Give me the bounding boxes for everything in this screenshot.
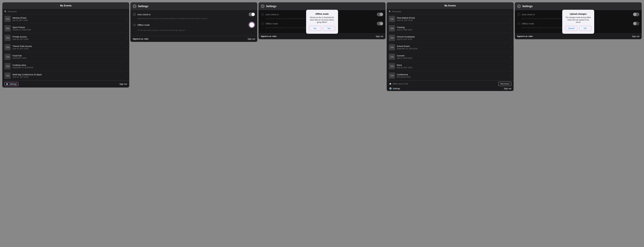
list-item[interactable]: LOGO Conference 06/11/2019 10:00 ›: [387, 71, 514, 80]
dialog-message-3: Would you like to download the latest da…: [309, 16, 335, 24]
checkin-icon-2: [133, 13, 136, 16]
chevron-right-icon: ›: [511, 46, 512, 48]
list-item[interactable]: LOGO Food Fair 29-06-2017 10:00 ›: [2, 52, 129, 62]
event-logo: LOGO: [389, 54, 395, 60]
event-date: 06/11/2019 10:00: [397, 76, 509, 78]
username-3: robin: [272, 35, 276, 37]
event-name: Race: [397, 64, 509, 66]
settings-button-4[interactable]: ⚙️ Settings: [389, 87, 400, 90]
list-item[interactable]: LOGO Sport Fixture October 13, 2018 10:0…: [2, 24, 129, 33]
settings-header-3: Settings: [258, 2, 386, 10]
list-item[interactable]: LOGO Flea Market (Free) June 30, 2017 10…: [387, 14, 514, 24]
event-info: Church Fundraiser July 30, 2017 10:00: [397, 36, 509, 40]
event-date: June 30, 2017 10:00: [397, 19, 509, 21]
signed-in-text-5: Signed in as: robin: [517, 35, 533, 37]
list-item[interactable]: LOGO School Event September 23, 2018 10:…: [387, 43, 514, 52]
panel-my-events-4: My Events 🔍 Find event LOGO Flea Market …: [387, 2, 514, 91]
signout-button-1[interactable]: Sign out: [120, 83, 127, 85]
settings-header-2: Settings: [130, 2, 257, 10]
event-logo: LOGO: [4, 54, 11, 60]
event-list-4: LOGO Flea Market (Free) June 30, 2017 10…: [387, 14, 514, 80]
event-date: July 30, 2017 10:00: [397, 38, 509, 40]
list-item[interactable]: LOGO Race May 18, 2017 10:00 ›: [387, 62, 514, 71]
close-button-5[interactable]: [517, 4, 521, 8]
list-item[interactable]: LOGO Concert Sep 12, 2018 10:00 ›: [387, 52, 514, 62]
svg-text:LOGO: LOGO: [391, 75, 394, 76]
auto-checkin-toggle-2[interactable]: [248, 13, 255, 16]
list-item[interactable]: LOGO Church Fundraiser July 30, 2017 10:…: [387, 33, 514, 43]
offline-dialog-3: Offline mode Would you like to download …: [306, 10, 338, 34]
event-info: School Event September 23, 2018 10:00: [397, 45, 509, 50]
svg-text:LOGO: LOGO: [391, 19, 394, 20]
settings-footer-5: Signed in as: robin Sign out: [515, 33, 642, 39]
event-logo: LOGO: [4, 35, 11, 41]
dialog-cancel-button-5[interactable]: Cancel: [565, 26, 577, 31]
signed-in-label-3: Signed in as:: [261, 35, 272, 37]
event-name: School Event: [397, 45, 509, 47]
list-item[interactable]: LOGO Meetup (Free) July 18, 2017 10:00 ›: [2, 14, 129, 24]
signed-in-text-2: Signed in as: robin: [133, 38, 148, 40]
event-logo: LOGO: [389, 25, 395, 32]
event-date: May 18, 2017 10:00: [397, 67, 509, 69]
list-item[interactable]: LOGO Cooking class September 23, 2018 08…: [2, 62, 129, 71]
event-logo: LOGO: [4, 72, 11, 79]
settings-title-3: Settings: [266, 5, 276, 8]
signed-in-label-2: Signed in as:: [133, 38, 144, 40]
list-item[interactable]: LOGO Multi-day Conference (5 days) June …: [2, 71, 129, 80]
signout-button-4[interactable]: Sign out: [504, 87, 511, 90]
event-name: Sport Fixture: [12, 26, 125, 29]
event-date: June 22, 2017 10:00: [12, 76, 125, 78]
event-info: Training July 22, 2018 10:00: [397, 26, 509, 31]
event-name: Flea Market (Free): [397, 17, 509, 19]
signout-button-3[interactable]: Sign out: [376, 35, 383, 38]
search-placeholder-4[interactable]: Find event: [392, 11, 401, 13]
username-2: robin: [144, 38, 148, 40]
upload-dialog-title-5: Upload changes: [565, 13, 591, 15]
signed-in-text-3: Signed in as: robin: [261, 35, 276, 37]
event-info: Flea Market (Free) June 30, 2017 10:00: [397, 17, 509, 21]
event-info: Cooking class September 23, 2018 08:00: [12, 64, 125, 69]
offline-cloud-icon-4: ☁️: [389, 83, 391, 85]
close-button-3[interactable]: [261, 4, 264, 8]
dialog-yes-button-3[interactable]: Yes: [323, 26, 335, 31]
event-date: September 23, 2018 08:00: [12, 67, 125, 69]
signout-button-2[interactable]: Sign out: [248, 38, 255, 40]
offline-icon-2: [133, 23, 136, 27]
event-name: Conference: [397, 73, 509, 76]
chevron-right-icon: ›: [511, 27, 512, 30]
reconnect-button-4[interactable]: Reconnect: [498, 82, 511, 86]
offline-mode-desc-2: Use the app without having to connect to…: [137, 29, 255, 31]
event-info: Conference 06/11/2019 10:00: [397, 73, 509, 78]
offline-mode-row-2: Offline mode: [133, 22, 255, 28]
event-date: Sep 12, 2018 10:00: [397, 57, 509, 59]
event-info: Food Fair 29-06-2017 10:00: [12, 54, 125, 59]
chevron-right-icon: ›: [511, 56, 512, 58]
event-date: June 24, 2017 10:00: [12, 48, 125, 50]
username-5: robin: [528, 35, 533, 37]
event-name: Food Fair: [12, 54, 125, 57]
svg-text:LOGO: LOGO: [7, 38, 10, 39]
dialog-ok-button-5[interactable]: OK: [579, 26, 591, 31]
dialog-no-button-3[interactable]: No: [309, 26, 321, 31]
offline-status-4: ☁️ Offline since 12:45: [389, 83, 408, 85]
dialog-title-3: Offline mode: [309, 13, 335, 15]
event-logo: LOGO: [4, 25, 11, 32]
svg-text:LOGO: LOGO: [391, 56, 394, 57]
chevron-right-icon: ›: [511, 18, 512, 20]
svg-text:LOGO: LOGO: [391, 66, 394, 67]
event-date: October 13, 2018 10:00: [12, 29, 125, 31]
search-placeholder-1[interactable]: Find event: [8, 11, 17, 13]
event-logo: LOGO: [389, 63, 395, 69]
signout-button-5[interactable]: Sign out: [632, 35, 639, 38]
close-button-2[interactable]: [133, 4, 136, 8]
offline-mode-toggle-2[interactable]: [248, 22, 255, 28]
chevron-right-icon: ›: [511, 74, 512, 77]
event-logo: LOGO: [389, 44, 395, 51]
list-item[interactable]: LOGO Training July 22, 2018 10:00 ›: [387, 24, 514, 33]
settings-footer-3: Signed in as: robin Sign out: [258, 33, 386, 39]
list-item[interactable]: LOGO Private Access June 06, 2017 10:00 …: [2, 33, 129, 43]
svg-text:LOGO: LOGO: [391, 47, 394, 48]
gear-icon-1: ⚙️: [6, 83, 8, 85]
list-item[interactable]: LOGO Theme Park Access June 24, 2017 10:…: [2, 43, 129, 52]
settings-button-1[interactable]: ⚙️ Settings: [5, 82, 18, 86]
